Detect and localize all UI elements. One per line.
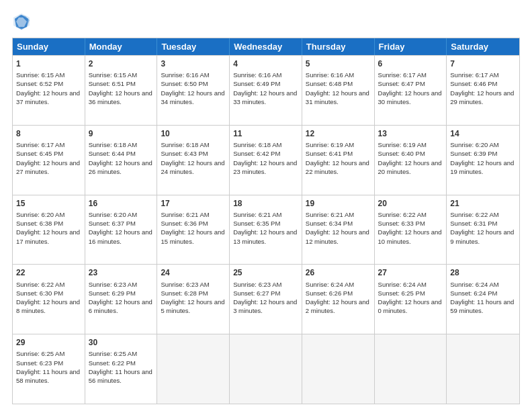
calendar-body: 1Sunrise: 6:15 AM Sunset: 6:52 PM Daylig… [13,55,519,404]
day-info: Sunrise: 6:24 AM Sunset: 6:25 PM Dayligh… [378,280,443,316]
day-16: 16Sunrise: 6:20 AM Sunset: 6:37 PM Dayli… [85,195,158,265]
day-number: 21 [450,198,516,209]
day-info: Sunrise: 6:23 AM Sunset: 6:27 PM Dayligh… [233,280,298,316]
day-info: Sunrise: 6:19 AM Sunset: 6:41 PM Dayligh… [306,140,371,176]
day-19: 19Sunrise: 6:21 AM Sunset: 6:34 PM Dayli… [302,195,375,265]
day-info: Sunrise: 6:21 AM Sunset: 6:34 PM Dayligh… [306,210,371,246]
day-number: 3 [161,58,226,69]
day-6: 6Sunrise: 6:17 AM Sunset: 6:47 PM Daylig… [375,56,447,125]
day-info: Sunrise: 6:21 AM Sunset: 6:35 PM Dayligh… [233,210,298,246]
day-number: 19 [306,198,371,209]
day-18: 18Sunrise: 6:21 AM Sunset: 6:35 PM Dayli… [230,195,302,265]
weekday-header-thursday: Thursday [302,38,375,55]
day-number: 9 [89,128,154,139]
day-17: 17Sunrise: 6:21 AM Sunset: 6:36 PM Dayli… [157,195,230,265]
day-13: 13Sunrise: 6:19 AM Sunset: 6:40 PM Dayli… [375,126,447,195]
day-info: Sunrise: 6:24 AM Sunset: 6:26 PM Dayligh… [306,280,371,316]
day-9: 9Sunrise: 6:18 AM Sunset: 6:44 PM Daylig… [85,126,158,195]
day-number: 2 [89,58,154,69]
day-10: 10Sunrise: 6:18 AM Sunset: 6:43 PM Dayli… [157,126,230,195]
page: SundayMondayTuesdayWednesdayThursdayFrid… [0,0,532,411]
day-number: 1 [16,58,81,69]
day-info: Sunrise: 6:16 AM Sunset: 6:48 PM Dayligh… [306,71,371,106]
day-14: 14Sunrise: 6:20 AM Sunset: 6:39 PM Dayli… [447,126,519,195]
day-number: 28 [450,267,516,278]
day-info: Sunrise: 6:22 AM Sunset: 6:31 PM Dayligh… [450,210,516,246]
day-info: Sunrise: 6:18 AM Sunset: 6:43 PM Dayligh… [161,140,226,176]
day-info: Sunrise: 6:17 AM Sunset: 6:45 PM Dayligh… [16,140,81,176]
empty-cell [157,334,230,404]
day-20: 20Sunrise: 6:22 AM Sunset: 6:33 PM Dayli… [375,195,447,265]
day-info: Sunrise: 6:25 AM Sunset: 6:23 PM Dayligh… [16,349,81,385]
empty-cell [230,334,302,404]
day-number: 10 [161,128,226,139]
day-info: Sunrise: 6:23 AM Sunset: 6:29 PM Dayligh… [89,280,154,316]
day-info: Sunrise: 6:20 AM Sunset: 6:37 PM Dayligh… [89,210,154,246]
day-info: Sunrise: 6:20 AM Sunset: 6:39 PM Dayligh… [450,140,516,176]
weekday-header-monday: Monday [85,38,158,55]
day-8: 8Sunrise: 6:17 AM Sunset: 6:45 PM Daylig… [13,126,85,195]
day-info: Sunrise: 6:19 AM Sunset: 6:40 PM Dayligh… [378,140,443,176]
calendar: SundayMondayTuesdayWednesdayThursdayFrid… [12,38,520,404]
day-5: 5Sunrise: 6:16 AM Sunset: 6:48 PM Daylig… [302,56,375,125]
empty-cell [375,334,447,404]
day-number: 13 [378,128,443,139]
calendar-row-3: 22Sunrise: 6:22 AM Sunset: 6:30 PM Dayli… [13,264,519,334]
day-number: 27 [378,267,443,278]
day-info: Sunrise: 6:21 AM Sunset: 6:36 PM Dayligh… [161,210,226,246]
logo-icon [12,12,31,31]
calendar-row-0: 1Sunrise: 6:15 AM Sunset: 6:52 PM Daylig… [13,55,519,125]
day-number: 5 [306,58,371,69]
day-30: 30Sunrise: 6:25 AM Sunset: 6:22 PM Dayli… [85,334,158,404]
day-info: Sunrise: 6:18 AM Sunset: 6:42 PM Dayligh… [233,140,298,176]
day-28: 28Sunrise: 6:24 AM Sunset: 6:24 PM Dayli… [447,265,519,334]
day-25: 25Sunrise: 6:23 AM Sunset: 6:27 PM Dayli… [230,265,302,334]
day-number: 12 [306,128,371,139]
weekday-header-wednesday: Wednesday [230,38,302,55]
day-number: 25 [233,267,298,278]
day-15: 15Sunrise: 6:20 AM Sunset: 6:38 PM Dayli… [13,195,85,265]
day-number: 6 [378,58,443,69]
day-info: Sunrise: 6:15 AM Sunset: 6:52 PM Dayligh… [16,71,81,106]
calendar-row-2: 15Sunrise: 6:20 AM Sunset: 6:38 PM Dayli… [13,195,519,265]
day-info: Sunrise: 6:25 AM Sunset: 6:22 PM Dayligh… [89,349,154,385]
header [12,12,520,31]
empty-cell [302,334,375,404]
day-number: 24 [161,267,226,278]
empty-cell [447,334,519,404]
day-number: 26 [306,267,371,278]
calendar-row-4: 29Sunrise: 6:25 AM Sunset: 6:23 PM Dayli… [13,334,519,404]
day-4: 4Sunrise: 6:16 AM Sunset: 6:49 PM Daylig… [230,56,302,125]
weekday-header-saturday: Saturday [447,38,519,55]
day-number: 4 [233,58,298,69]
day-number: 23 [89,267,154,278]
day-info: Sunrise: 6:17 AM Sunset: 6:47 PM Dayligh… [378,71,443,106]
day-info: Sunrise: 6:16 AM Sunset: 6:49 PM Dayligh… [233,71,298,106]
day-23: 23Sunrise: 6:23 AM Sunset: 6:29 PM Dayli… [85,265,158,334]
day-number: 29 [16,337,81,348]
day-21: 21Sunrise: 6:22 AM Sunset: 6:31 PM Dayli… [447,195,519,265]
day-number: 15 [16,198,81,209]
logo [12,12,32,31]
day-info: Sunrise: 6:20 AM Sunset: 6:38 PM Dayligh… [16,210,81,246]
day-number: 18 [233,198,298,209]
day-12: 12Sunrise: 6:19 AM Sunset: 6:41 PM Dayli… [302,126,375,195]
weekday-header-sunday: Sunday [13,38,85,55]
day-info: Sunrise: 6:23 AM Sunset: 6:28 PM Dayligh… [161,280,226,316]
calendar-header: SundayMondayTuesdayWednesdayThursdayFrid… [13,38,519,55]
day-24: 24Sunrise: 6:23 AM Sunset: 6:28 PM Dayli… [157,265,230,334]
day-info: Sunrise: 6:22 AM Sunset: 6:30 PM Dayligh… [16,280,81,316]
day-number: 11 [233,128,298,139]
day-number: 22 [16,267,81,278]
day-3: 3Sunrise: 6:16 AM Sunset: 6:50 PM Daylig… [157,56,230,125]
day-number: 30 [89,337,154,348]
day-number: 16 [89,198,154,209]
day-number: 7 [450,58,516,69]
day-info: Sunrise: 6:24 AM Sunset: 6:24 PM Dayligh… [450,280,516,316]
day-11: 11Sunrise: 6:18 AM Sunset: 6:42 PM Dayli… [230,126,302,195]
day-info: Sunrise: 6:15 AM Sunset: 6:51 PM Dayligh… [89,71,154,106]
day-number: 8 [16,128,81,139]
day-7: 7Sunrise: 6:17 AM Sunset: 6:46 PM Daylig… [447,56,519,125]
calendar-row-1: 8Sunrise: 6:17 AM Sunset: 6:45 PM Daylig… [13,125,519,195]
day-number: 20 [378,198,443,209]
